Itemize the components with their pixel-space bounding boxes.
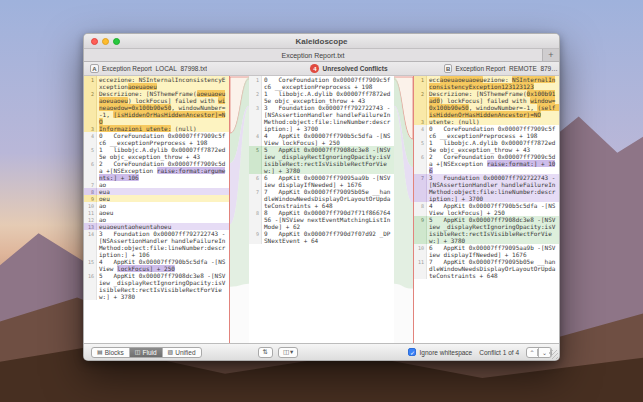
file-a-badge: A <box>90 64 99 73</box>
line-text: Descrizione: [NSThemeFrame(aoeuaoeuaoeua… <box>97 90 229 125</box>
line-text: eua <box>97 188 229 195</box>
connector-left-svg <box>230 76 249 343</box>
unified-icon: ▨ <box>168 349 174 355</box>
resize-grip-icon[interactable] <box>549 350 558 359</box>
diff-line[interactable]: 9oeu <box>84 195 229 202</box>
diff-line[interactable]: 8eua <box>84 188 229 195</box>
line-text: 2 CoreFoundation 0x00007ff7909c5da +[NSE… <box>427 153 559 174</box>
diff-line[interactable]: 73 Foundation 0x00007ff792722743 -[NSAss… <box>414 174 559 202</box>
titlebar[interactable]: Kaleidoscope <box>84 34 559 49</box>
conflict-status: Conflict 1 of 4 <box>479 349 519 356</box>
line-text: eccezione: NSInternalInconsistencyExcept… <box>97 76 229 90</box>
line-text: Informazioni utente: (null) <box>97 125 229 132</box>
line-number: 2 <box>414 90 427 118</box>
file-b-selector[interactable]: B Exception Report_REMOTE_87998.txt <box>444 64 559 73</box>
view-mode-blocks[interactable]: ▤ Blocks <box>92 348 130 357</box>
diff-line[interactable]: 77 AppKit 0x00007ff79095b05e __handleWin… <box>249 188 394 209</box>
ignore-whitespace-toggle[interactable]: ✓ Ignore whitespace <box>408 348 472 356</box>
line-text: ao <box>97 202 229 209</box>
line-number: 9 <box>414 216 427 244</box>
diff-line[interactable]: 51 libobjc.A.dylib 0x00007ff7872ed5e obj… <box>84 146 229 160</box>
close-button[interactable] <box>91 38 98 45</box>
kaleidoscope-window: Kaleidoscope Exception Report.txt + A Ex… <box>83 33 560 361</box>
diff-line[interactable]: 11aoeu <box>84 209 229 216</box>
diff-line[interactable]: 21 libobjc.A.dylib 0x00007ff7872ed5e obj… <box>249 90 394 104</box>
diff-line[interactable]: 51 libobjc.A.dylib 0x00007ff7872ed5e obj… <box>414 139 559 153</box>
jump-popup-button[interactable]: ⇅ <box>258 347 273 358</box>
diff-line[interactable]: 10 CoreFoundation 0x00007ff7909c5fc6 __e… <box>249 76 394 90</box>
line-number: 11 <box>414 258 427 279</box>
pane-local[interactable]: 1eccezione: NSInternalInconsistencyExcep… <box>84 76 229 343</box>
line-text: 5 AppKit 0x00007ff7908dc3e8 -[NSView _di… <box>427 216 559 244</box>
line-text: oeu <box>97 195 229 202</box>
diff-line[interactable]: 143 Foundation 0x00007ff792722743 -[NSAs… <box>84 230 229 258</box>
tab-bar: Exception Report.txt + <box>84 49 559 62</box>
diff-line[interactable]: 2Descrizione: [NSThemeFrame(0x100b91ad0)… <box>414 90 559 118</box>
previous-conflict-button[interactable]: ⌃ <box>527 348 539 357</box>
line-text: 1 libobjc.A.dylib 0x00007ff7872ed5e objc… <box>97 146 229 160</box>
diff-line[interactable]: 33 Foundation 0x00007ff792722743 -[NSAss… <box>249 104 394 132</box>
diff-line[interactable]: 99 AppKit 0x00007ff790d7f07d92 _DPSNextE… <box>249 230 394 244</box>
layout-popup-button[interactable]: ◫ ▾ <box>278 347 298 358</box>
diff-line[interactable]: 40 CoreFoundation 0x00007ff7909c5fc6 __e… <box>414 125 559 139</box>
line-text: 4 AppKit 0x00007ff790b5c5dfa -[NSView lo… <box>97 258 229 272</box>
checkbox-checked-icon: ✓ <box>408 348 416 356</box>
diff-line[interactable]: 62 CoreFoundation 0x00007ff7909c5da +[NS… <box>414 153 559 174</box>
view-mode-fluid-label: Fluid <box>143 349 157 356</box>
diff-line[interactable]: 44 AppKit 0x00007ff790b5c5dfa -[NSView l… <box>249 132 394 146</box>
pane-merged[interactable]: 10 CoreFoundation 0x00007ff7909c5fc6 __e… <box>249 76 394 343</box>
diff-line[interactable]: 165 AppKit 0x00007ff7908dc3e8 -[NSView _… <box>84 272 229 300</box>
pane-remote[interactable]: 1eccaoeuaoeuaoeuezione: NSInternalIncons… <box>414 76 559 343</box>
line-text: 3 Foundation 0x00007ff792722743 -[NSAsse… <box>97 230 229 258</box>
diff-line[interactable]: 10ao <box>84 202 229 209</box>
line-number: 3 <box>249 104 262 132</box>
line-number: 4 <box>249 132 262 146</box>
connector-right-svg <box>394 76 413 343</box>
diff-line[interactable]: 7ao <box>84 181 229 188</box>
line-text: 3 Foundation 0x00007ff792722743 -[NSAsse… <box>262 104 394 132</box>
diff-line[interactable]: 40 CoreFoundation 0x00007ff7909c5fc6 __e… <box>84 132 229 146</box>
file-b-name: Exception Report_REMOTE_87998.txt <box>455 65 559 72</box>
line-text: 5 AppKit 0x00007ff7908dc3e8 -[NSView _di… <box>97 272 229 300</box>
file-b-badge: B <box>444 64 452 73</box>
zoom-button[interactable] <box>113 38 120 45</box>
diff-line[interactable]: 1eccaoeuaoeuaoeuezione: NSInternalIncons… <box>414 76 559 90</box>
diff-line[interactable]: 84 AppKit 0x00007ff790b5c5dfa -[NSView l… <box>414 202 559 216</box>
line-number: 8 <box>414 202 427 216</box>
line-number: 1 <box>249 76 262 90</box>
diff-line[interactable]: 62 CoreFoundation 0x00007ff7909c5da +[NS… <box>84 160 229 181</box>
line-text: 7 AppKit 0x00007ff79095b05e __handleWind… <box>262 188 394 209</box>
diff-line[interactable]: 66 AppKit 0x00007ff79095aa9b -[NSView di… <box>249 174 394 188</box>
line-text: 7 AppKit 0x00007ff79095b05e __handleWind… <box>427 258 559 279</box>
diff-line[interactable]: 12ao <box>84 216 229 223</box>
file-a-selector[interactable]: A Exception Report_LOCAL_87998.txt <box>84 64 254 73</box>
traffic-lights <box>91 38 120 45</box>
diff-line[interactable]: 1eccezione: NSInternalInconsistencyExcep… <box>84 76 229 90</box>
line-number: 6 <box>84 160 97 181</box>
diff-line[interactable]: 3Informazioni utente: (null) <box>84 125 229 132</box>
diff-line[interactable]: 2Descrizione: [NSThemeFrame(aoeuaoeuaoeu… <box>84 90 229 125</box>
line-number: 5 <box>249 146 262 174</box>
line-text: 5 AppKit 0x00007ff7908dc3e8 -[NSView _di… <box>262 146 394 174</box>
diff-line[interactable]: 3utente: (null) <box>414 118 559 125</box>
connector-right <box>394 76 414 343</box>
line-number: 13 <box>84 223 97 230</box>
view-mode-unified[interactable]: ▨ Unified <box>163 348 201 357</box>
diff-line[interactable]: 117 AppKit 0x00007ff79095b05e __handleWi… <box>414 258 559 279</box>
diff-line[interactable]: 95 AppKit 0x00007ff7908dc3e8 -[NSView _d… <box>414 216 559 244</box>
tab-exception-report[interactable]: Exception Report.txt <box>84 49 543 61</box>
diff-line[interactable]: 88 AppKit 0x00007ff790d7f71f86676456 -[N… <box>249 209 394 230</box>
diff-line[interactable]: 106 AppKit 0x00007ff79095aa9b -[NSView d… <box>414 244 559 258</box>
line-number: 1 <box>84 76 97 90</box>
line-text: 3 Foundation 0x00007ff792722743 -[NSAsse… <box>427 174 559 202</box>
line-number: 2 <box>84 90 97 125</box>
ignore-whitespace-label: Ignore whitespace <box>419 349 472 356</box>
diff-line[interactable]: 154 AppKit 0x00007ff790b5c5dfa -[NSView … <box>84 258 229 272</box>
line-text: 4 AppKit 0x00007ff790b5c5dfa -[NSView lo… <box>427 202 559 216</box>
minimize-button[interactable] <box>102 38 109 45</box>
diff-line[interactable]: 55 AppKit 0x00007ff7908dc3e8 -[NSView _d… <box>249 146 394 174</box>
add-tab-button[interactable]: + <box>543 49 559 61</box>
view-mode-fluid[interactable]: ◫ Fluid <box>130 348 163 357</box>
line-number: 5 <box>414 139 427 153</box>
diff-line[interactable]: 13euaoeuntaoheuntahoeu <box>84 223 229 230</box>
